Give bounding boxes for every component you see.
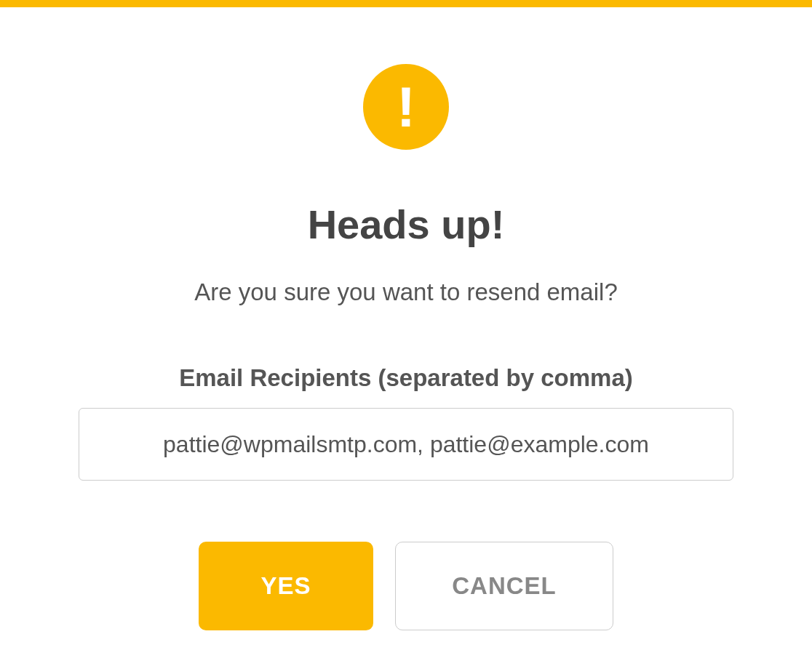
dialog-title: Heads up! bbox=[308, 201, 505, 248]
cancel-button[interactable]: CANCEL bbox=[395, 542, 613, 630]
warning-icon: ! bbox=[363, 64, 449, 150]
dialog-top-bar bbox=[0, 0, 812, 7]
yes-button[interactable]: YES bbox=[199, 542, 373, 630]
dialog-button-row: YES CANCEL bbox=[199, 542, 613, 630]
recipients-input[interactable] bbox=[79, 408, 733, 481]
recipients-label: Email Recipients (separated by comma) bbox=[179, 364, 633, 392]
dialog-subtitle: Are you sure you want to resend email? bbox=[194, 278, 617, 306]
exclamation-mark: ! bbox=[397, 79, 415, 135]
confirmation-dialog: ! Heads up! Are you sure you want to res… bbox=[0, 7, 812, 630]
